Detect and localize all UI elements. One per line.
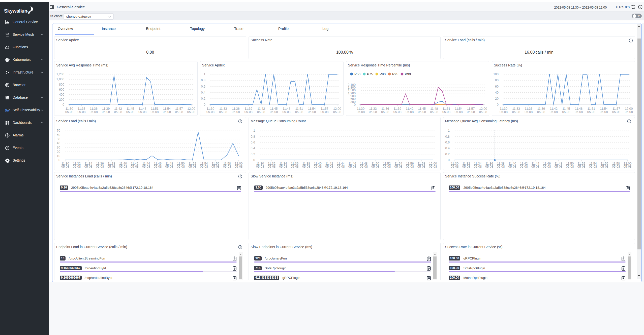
svg-text:05-08: 05-08 — [223, 165, 231, 168]
svg-text:05-08: 05-08 — [219, 110, 227, 114]
svg-text:05-08: 05-08 — [77, 110, 85, 114]
svg-text:05-08: 05-08 — [612, 165, 620, 168]
svg-text:05-08: 05-08 — [270, 110, 278, 114]
svg-text:05-08: 05-08 — [187, 110, 195, 114]
svg-text:05-08: 05-08 — [308, 110, 316, 114]
svg-text:05-08: 05-08 — [142, 165, 150, 168]
svg-text:05-08: 05-08 — [119, 165, 127, 168]
svg-text:P50: P50 — [354, 72, 360, 76]
svg-text:05-08: 05-08 — [102, 110, 110, 114]
svg-text:0.6: 0.6 — [251, 141, 255, 144]
svg-text:05-08: 05-08 — [537, 110, 545, 114]
svg-text:0.8: 0.8 — [445, 135, 449, 138]
svg-text:05-08: 05-08 — [485, 165, 493, 168]
svg-text:05-08: 05-08 — [211, 165, 220, 168]
svg-text:05-08: 05-08 — [61, 165, 69, 168]
svg-text:20: 20 — [57, 150, 60, 154]
svg-text:2,100: 2,100 — [348, 83, 355, 87]
svg-text:05-08: 05-08 — [454, 110, 463, 114]
svg-text:05-08: 05-08 — [151, 110, 159, 114]
svg-text:05-08: 05-08 — [138, 110, 146, 114]
svg-text:05-08: 05-08 — [279, 165, 287, 168]
svg-text:05-08: 05-08 — [232, 110, 240, 114]
svg-text:05-08: 05-08 — [320, 110, 328, 114]
svg-text:05-08: 05-08 — [520, 165, 528, 168]
svg-text:05-08: 05-08 — [295, 110, 303, 114]
svg-text:05-08: 05-08 — [543, 165, 551, 168]
svg-text:05-08: 05-08 — [525, 110, 533, 114]
svg-text:05-08: 05-08 — [163, 110, 171, 114]
svg-text:05-08: 05-08 — [131, 165, 139, 168]
svg-text:400: 400 — [59, 93, 64, 96]
svg-text:05-08: 05-08 — [165, 165, 173, 168]
svg-text:05-08: 05-08 — [417, 165, 425, 168]
svg-text:05-08: 05-08 — [442, 110, 450, 114]
svg-text:70: 70 — [57, 129, 60, 133]
svg-text:0: 0 — [63, 103, 64, 106]
svg-text:05-08: 05-08 — [177, 165, 185, 168]
svg-text:80: 80 — [495, 79, 499, 82]
svg-text:05-08: 05-08 — [268, 165, 276, 168]
svg-text:1: 1 — [253, 129, 255, 133]
svg-text:05-08: 05-08 — [291, 165, 299, 168]
svg-text:0.6: 0.6 — [201, 85, 205, 88]
svg-text:05-08: 05-08 — [587, 110, 595, 114]
svg-text:05-08: 05-08 — [244, 110, 253, 114]
svg-text:05-08: 05-08 — [577, 165, 585, 168]
svg-text:P90: P90 — [380, 72, 386, 76]
svg-text:10: 10 — [57, 154, 60, 158]
svg-text:05-08: 05-08 — [575, 110, 583, 114]
svg-text:1: 1 — [448, 129, 450, 133]
svg-text:100: 100 — [493, 72, 499, 76]
svg-text:0: 0 — [253, 158, 255, 162]
svg-text:05-08: 05-08 — [451, 165, 459, 168]
svg-text:05-08: 05-08 — [467, 110, 475, 114]
svg-text:05-08: 05-08 — [107, 165, 115, 168]
svg-text:05-08: 05-08 — [393, 110, 401, 114]
svg-text:05-08: 05-08 — [508, 165, 516, 168]
svg-text:05-08: 05-08 — [302, 165, 310, 168]
svg-text:1: 1 — [204, 72, 205, 76]
svg-text:05-08: 05-08 — [369, 110, 377, 114]
svg-text:05-08: 05-08 — [175, 110, 183, 114]
svg-text:05-08: 05-08 — [600, 110, 608, 114]
svg-text:05-08: 05-08 — [96, 165, 104, 168]
svg-text:05-08: 05-08 — [623, 165, 631, 168]
svg-text:05-08: 05-08 — [406, 110, 414, 114]
svg-text:05-08: 05-08 — [282, 110, 290, 114]
svg-text:05-08: 05-08 — [206, 110, 214, 114]
svg-text:05-08: 05-08 — [381, 110, 389, 114]
svg-text:05-08: 05-08 — [531, 165, 539, 168]
svg-text:1,000: 1,000 — [56, 78, 64, 81]
svg-text:0.2: 0.2 — [445, 153, 449, 156]
svg-text:05-08: 05-08 — [430, 110, 438, 114]
svg-text:P99: P99 — [405, 72, 411, 76]
svg-text:P75: P75 — [367, 72, 373, 76]
svg-text:P95: P95 — [392, 72, 398, 76]
svg-text:05-08: 05-08 — [479, 110, 487, 114]
svg-text:0.8: 0.8 — [201, 79, 205, 82]
svg-text:05-08: 05-08 — [497, 165, 505, 168]
svg-text:05-08: 05-08 — [612, 110, 620, 114]
svg-text:60: 60 — [57, 133, 60, 137]
svg-text:05-08: 05-08 — [357, 110, 365, 114]
svg-text:05-08: 05-08 — [625, 110, 633, 114]
svg-text:05-08: 05-08 — [257, 110, 265, 114]
svg-text:600: 600 — [59, 88, 64, 91]
svg-text:800: 800 — [59, 83, 64, 86]
svg-text:05-08: 05-08 — [383, 165, 391, 168]
svg-text:05-08: 05-08 — [235, 165, 243, 168]
svg-text:05-08: 05-08 — [406, 165, 414, 168]
svg-text:05-08: 05-08 — [371, 165, 379, 168]
svg-text:0: 0 — [204, 103, 205, 106]
svg-text:60: 60 — [495, 85, 499, 88]
svg-text:05-08: 05-08 — [325, 165, 333, 168]
svg-text:05-08: 05-08 — [200, 165, 208, 168]
svg-text:05-08: 05-08 — [65, 110, 73, 114]
svg-text:05-08: 05-08 — [474, 165, 482, 168]
svg-text:05-08: 05-08 — [418, 110, 426, 114]
svg-text:200: 200 — [59, 98, 64, 101]
svg-text:05-08: 05-08 — [394, 165, 403, 168]
svg-text:05-08: 05-08 — [314, 165, 322, 168]
svg-text:30: 30 — [57, 146, 60, 149]
